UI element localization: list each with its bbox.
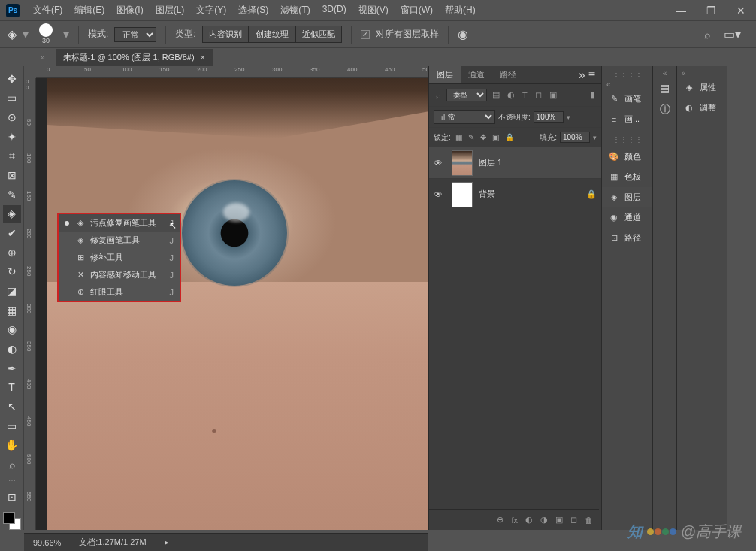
blur-tool[interactable]: ◉ [3,321,21,339]
menu-image[interactable]: 图像(I) [110,1,149,20]
layer-name[interactable]: 背景 [479,189,495,200]
canvas-image[interactable] [47,78,428,530]
tab-paths[interactable]: 路径 [492,66,524,83]
frame-tool[interactable]: ⊠ [3,166,21,184]
filter-adjustment-icon[interactable]: ◐ [505,90,517,100]
layer-fx-icon[interactable]: fx [511,516,518,525]
red-eye-tool-item[interactable]: ⊕ 红眼工具J [59,283,180,301]
layer-mask-icon[interactable]: ◐ [525,515,533,525]
new-layer-icon[interactable]: ◻ [570,515,577,525]
lock-pixels-icon[interactable]: ▦ [454,133,464,141]
swatches-panel-tab[interactable]: ▦色板 [602,167,652,187]
horizontal-ruler[interactable]: 0 50 100 150 200 250 300 350 400 450 500 [36,66,428,78]
lasso-tool[interactable]: ⊙ [3,108,21,126]
adjustments-panel-tab[interactable]: ◐调整 [677,98,727,118]
brush-presets-panel-tab[interactable]: ≡画... [602,109,652,129]
panel-collapse-icon[interactable]: » [579,68,585,82]
menu-window[interactable]: 窗口(W) [395,1,439,20]
opacity-input[interactable] [534,111,564,123]
eyedropper-tool[interactable]: ✎ [3,186,21,204]
edit-toolbar-tool[interactable]: ⊡ [3,488,21,506]
pen-tool[interactable]: ✒ [3,359,21,377]
layer-thumbnail[interactable] [452,182,473,207]
restore-button[interactable]: ❐ [702,3,721,18]
marquee-tool[interactable]: ▭ [3,89,21,107]
layer-row[interactable]: 👁 图层 1 [429,147,601,179]
rectangle-tool[interactable]: ▭ [3,417,21,435]
color-panel-tab[interactable]: 🎨颜色 [602,147,652,167]
panel-menu-icon[interactable]: ≡ [588,68,595,82]
layer-thumbnail[interactable] [452,150,473,176]
lock-all-icon[interactable]: 🔒 [503,133,516,141]
menu-file[interactable]: 文件(F) [27,1,68,20]
eraser-tool[interactable]: ◪ [3,282,21,300]
ruler-origin[interactable] [24,66,36,78]
filter-pixel-icon[interactable]: ▤ [490,90,502,100]
info-panel-icon[interactable]: ⓘ [655,98,675,121]
menu-layer[interactable]: 图层(L) [150,1,191,20]
tab-channels[interactable]: 通道 [461,66,492,83]
sample-all-layers-checkbox[interactable]: ✓ [361,30,370,39]
fill-input[interactable] [560,132,590,143]
toolbar-expand-icon[interactable]: » [36,53,50,62]
history-panel-icon[interactable]: ▤ [655,77,674,98]
hand-tool[interactable]: ✋ [3,436,21,454]
spot-healing-brush-item[interactable]: ◈ 污点修复画笔工具J [59,214,180,232]
visibility-icon[interactable]: 👁 [434,158,446,168]
vertical-ruler[interactable]: 0 0 50 100 150 200 250 300 350 400 450 5… [24,78,36,530]
properties-panel-tab[interactable]: ◈属性 [677,77,727,98]
content-aware-move-item[interactable]: ✕ 内容感知移动工具J [59,266,180,283]
content-aware-button[interactable]: 内容识别 [202,26,249,43]
layer-group-icon[interactable]: ▣ [555,515,563,525]
patch-tool-item[interactable]: ⊞ 修补工具J [59,249,180,266]
minimize-button[interactable]: — [671,3,691,18]
magic-wand-tool[interactable]: ✦ [3,128,21,146]
brush-tool[interactable]: ✔ [3,224,21,242]
menu-help[interactable]: 帮助(H) [439,1,482,20]
path-selection-tool[interactable]: ↖ [3,398,21,416]
close-button[interactable]: ✕ [732,3,750,18]
history-brush-tool[interactable]: ↻ [3,263,21,281]
collapse-arrow-icon[interactable]: « [663,69,667,77]
crop-tool[interactable]: ⌗ [3,147,21,165]
layers-panel-tab[interactable]: ◈图层 [602,187,652,207]
dodge-tool[interactable]: ◐ [3,340,21,358]
panel-drag-handle[interactable]: ⋮⋮⋮⋮ [602,135,652,144]
doc-size[interactable]: 文档:1.27M/1.27M [79,537,146,548]
link-layers-icon[interactable]: ⊕ [497,515,503,525]
menu-type[interactable]: 文字(Y) [190,1,232,20]
filter-shape-icon[interactable]: ◻ [533,90,544,100]
menu-3d[interactable]: 3D(D) [316,1,352,20]
search-icon[interactable]: ⌕ [704,29,710,41]
layer-name[interactable]: 图层 1 [479,157,502,168]
lock-brush-icon[interactable]: ✎ [467,133,476,141]
document-tab[interactable]: 未标题-1 @ 100% (图层 1, RGB/8#) × [56,49,213,66]
panel-drag-handle[interactable]: ⋮⋮⋮⋮ [602,69,652,77]
move-tool[interactable]: ✥ [3,70,21,88]
channels-panel-tab[interactable]: ◉通道 [602,207,652,228]
delete-layer-icon[interactable]: 🗑 [585,516,593,525]
menu-view[interactable]: 视图(V) [352,1,395,20]
collapse-arrow-icon[interactable]: « [677,69,727,77]
zoom-level[interactable]: 99.66% [33,538,61,547]
gradient-tool[interactable]: ▦ [3,301,21,319]
menu-edit[interactable]: 编辑(E) [68,1,110,20]
close-tab-icon[interactable]: × [201,53,205,62]
healing-brush-tool[interactable]: ◈ [3,205,21,223]
filter-search-icon[interactable]: ⌕ [434,91,443,100]
proximity-match-button[interactable]: 近似匹配 [295,26,342,43]
paths-panel-tab[interactable]: ⊡路径 [602,228,652,248]
filter-toggle-icon[interactable]: ▮ [588,90,597,100]
foreground-color[interactable] [3,512,15,524]
status-arrow-icon[interactable]: ▸ [165,537,169,547]
workspace-icon[interactable]: ▭▾ [724,27,741,41]
create-texture-button[interactable]: 创建纹理 [249,26,295,43]
menu-filter[interactable]: 滤镜(T) [274,1,316,20]
filter-type-icon[interactable]: T [520,91,530,100]
brush-panel-tab[interactable]: ✎画笔 [602,89,652,109]
tab-layers[interactable]: 图层 [429,66,461,83]
color-swatches[interactable] [3,512,21,530]
healing-brush-item[interactable]: ◈ 修复画笔工具J [59,232,180,249]
layer-blend-select[interactable]: 正常 [434,110,495,124]
pressure-icon[interactable]: ◉ [458,27,468,41]
